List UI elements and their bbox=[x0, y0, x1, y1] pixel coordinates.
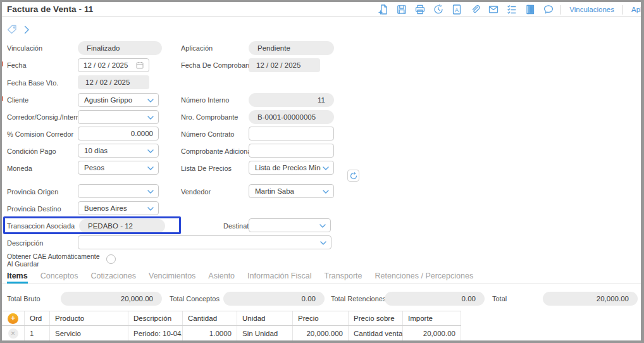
condicion-pago-label: Condición Pago bbox=[7, 147, 56, 155]
required-marker bbox=[2, 96, 3, 101]
chevron-down-icon bbox=[147, 190, 154, 194]
tab-cotizaciones[interactable]: Cotizaciones bbox=[90, 271, 136, 282]
template-a-icon[interactable]: A bbox=[450, 4, 462, 16]
svg-text:A: A bbox=[455, 7, 459, 13]
fecha-label: Fecha bbox=[7, 61, 27, 69]
new-document-icon[interactable] bbox=[377, 4, 389, 16]
corredor-select[interactable] bbox=[78, 110, 159, 124]
col-cantidad: Cantidad bbox=[183, 311, 237, 325]
provincia-destino-select[interactable]: Buenos Aires bbox=[78, 201, 159, 215]
items-table-header: + Ord Producto Descripción Cantidad Unid… bbox=[2, 311, 461, 326]
refresh-icon bbox=[350, 172, 357, 180]
cliente-select[interactable]: Agustin Grippo bbox=[78, 93, 159, 107]
destinatario-select[interactable] bbox=[249, 218, 331, 232]
total-label: Total bbox=[492, 295, 507, 302]
obtener-cae-toggle[interactable] bbox=[106, 254, 116, 264]
col-ord: Ord bbox=[25, 311, 50, 325]
cell-precio-sobre[interactable]: Cantidad venta bbox=[349, 326, 403, 340]
comprobante-adicional-field[interactable] bbox=[249, 144, 334, 158]
col-descripcion: Descripción bbox=[128, 311, 183, 325]
cell-producto[interactable]: Servicio bbox=[50, 326, 128, 340]
toolbar-divider bbox=[560, 5, 561, 15]
chevron-down-icon bbox=[147, 99, 154, 103]
tab-informacion-fiscal[interactable]: Información Fiscal bbox=[247, 271, 311, 282]
calendar-icon[interactable] bbox=[136, 61, 144, 69]
comprobante-adicional-label: Comprobante Adicional bbox=[181, 147, 253, 155]
tab-items[interactable]: Items bbox=[7, 271, 28, 282]
col-precio-sobre: Precio sobre bbox=[349, 311, 403, 325]
fecha-field[interactable] bbox=[78, 58, 149, 72]
numero-contrato-field[interactable] bbox=[249, 127, 334, 140]
condicion-pago-select[interactable]: 10 dias bbox=[78, 144, 159, 158]
transaccion-asociada-label: Transaccion Asociada bbox=[7, 222, 75, 230]
lista-precios-select[interactable]: Lista de Precios Minoris bbox=[249, 161, 334, 175]
condicion-pago-value: 10 dias bbox=[84, 147, 108, 154]
chevron-down-icon bbox=[323, 190, 329, 194]
toolbar-divider bbox=[622, 5, 623, 15]
cell-importe[interactable]: 20,000.00 bbox=[403, 326, 461, 340]
refresh-button[interactable] bbox=[347, 170, 359, 182]
total-bruto-value: 20,000.00 bbox=[61, 292, 162, 306]
print-icon[interactable] bbox=[414, 4, 426, 16]
attachment-icon[interactable] bbox=[469, 4, 481, 16]
cell-precio[interactable]: 20,000.000 bbox=[293, 326, 349, 340]
history-icon[interactable] bbox=[432, 4, 444, 16]
comision-field[interactable] bbox=[78, 127, 159, 140]
tab-retenciones-percepciones[interactable]: Retenciones / Percepciones bbox=[375, 271, 473, 282]
tag-icon[interactable] bbox=[7, 25, 18, 34]
add-row-button[interactable]: + bbox=[8, 313, 18, 324]
fecha-base-label: Fecha Base Vto. bbox=[7, 79, 58, 87]
tabs-divider bbox=[2, 284, 641, 284]
title-bar: Factura de Venta - 11 bbox=[2, 2, 641, 17]
cliente-value: Agustin Grippo bbox=[84, 96, 132, 104]
tab-conceptos[interactable]: Conceptos bbox=[40, 271, 78, 282]
vendedor-select[interactable]: Martin Saba bbox=[249, 184, 334, 198]
vendedor-value: Martin Saba bbox=[255, 187, 294, 195]
fecha-input[interactable] bbox=[84, 61, 133, 69]
descripcion-label: Descripción bbox=[7, 239, 43, 247]
provincia-destino-value: Buenos Aires bbox=[84, 204, 127, 212]
nro-comprobante-label: Nro. Comprobante bbox=[181, 113, 238, 121]
numero-interno-value: 11 bbox=[249, 93, 334, 107]
delete-row-button[interactable]: ✕ bbox=[8, 328, 18, 339]
numero-contrato-label: Número Contrato bbox=[181, 130, 234, 138]
fecha-comprobante-value: 12 / 02 / 2025 bbox=[249, 58, 320, 72]
provincia-origen-select[interactable] bbox=[78, 184, 159, 198]
col-importe: Importe bbox=[403, 311, 461, 325]
report-icon[interactable] bbox=[524, 4, 536, 16]
tab-asiento[interactable]: Asiento bbox=[208, 271, 235, 282]
cell-unidad[interactable]: Sin Unidad bbox=[237, 326, 293, 340]
tab-transporte[interactable]: Transporte bbox=[325, 271, 362, 282]
vinculacion-label: Vinculación bbox=[7, 44, 42, 52]
required-marker bbox=[2, 61, 3, 66]
tab-vencimientos[interactable]: Vencimientos bbox=[149, 271, 195, 282]
table-row: ✕ 1 Servicio Periodo: 10-04... 1.0000 Si… bbox=[2, 326, 461, 341]
chevron-right-icon[interactable] bbox=[24, 25, 30, 34]
chevron-down-icon bbox=[147, 149, 154, 153]
moneda-value: Pesos bbox=[84, 164, 104, 172]
col-unidad: Unidad bbox=[237, 311, 293, 325]
comprobante-adicional-input[interactable] bbox=[254, 147, 328, 154]
corredor-label: Corredor/Consig./Interm. bbox=[7, 113, 84, 121]
descripcion-field[interactable] bbox=[78, 235, 331, 249]
chevron-down-icon bbox=[319, 224, 326, 228]
numero-contrato-input[interactable] bbox=[254, 130, 328, 137]
chevron-down-icon bbox=[147, 116, 154, 120]
col-precio: Precio bbox=[293, 311, 349, 325]
total-conceptos-label: Total Conceptos bbox=[170, 295, 220, 302]
col-producto: Producto bbox=[50, 311, 128, 325]
cell-descripcion[interactable]: Periodo: 10-04... bbox=[128, 326, 183, 340]
comision-input[interactable] bbox=[84, 130, 153, 137]
checklist-icon[interactable] bbox=[505, 4, 517, 16]
chevron-down-icon bbox=[323, 166, 329, 170]
comment-icon[interactable] bbox=[542, 4, 554, 16]
moneda-select[interactable]: Pesos bbox=[78, 161, 159, 175]
cell-ord[interactable]: 1 bbox=[25, 326, 50, 340]
vinculaciones-link[interactable]: Vinculaciones bbox=[567, 6, 616, 13]
aplicacion-label: Aplicación bbox=[181, 44, 213, 52]
cell-cantidad[interactable]: 1.0000 bbox=[183, 326, 237, 340]
email-icon[interactable] bbox=[487, 4, 499, 16]
vinculacion-value: Finalizado bbox=[78, 41, 162, 55]
save-icon[interactable] bbox=[395, 4, 407, 16]
aplicaciones-link[interactable]: Aplicaciones bbox=[629, 6, 641, 13]
